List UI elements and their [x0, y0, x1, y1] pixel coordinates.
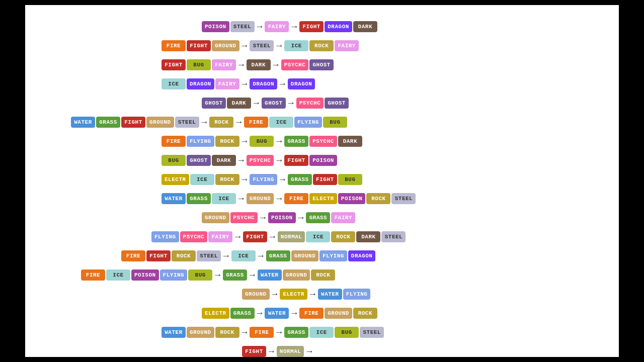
type-badge-psychc: PSYCHC	[281, 59, 309, 70]
type-badge-ghost: GHOST	[309, 59, 334, 70]
type-row: FIGHT→NORMAL→	[242, 346, 314, 357]
type-badge-fight: FIGHT	[242, 346, 266, 357]
type-badge-ground: GROUND	[187, 327, 214, 338]
type-badge-fight: FIGHT	[243, 231, 267, 242]
arrow-icon: →	[236, 117, 242, 127]
type-badge-normal: NORMAL	[278, 231, 305, 242]
type-row: GROUNDPSYCHC→POISON→GRASSFAIRY	[201, 212, 356, 223]
arrow-icon: →	[238, 155, 244, 165]
type-badge-rock: ROCK	[331, 231, 355, 242]
type-row: WATERGRASSICE→GROUND→FIREELECTRPOISONROC…	[161, 193, 416, 204]
type-badge-psychc: PSYCHC	[247, 155, 274, 166]
type-badge-rock: ROCK	[209, 117, 233, 128]
type-badge-fight: FIGHT	[146, 250, 171, 261]
arrow-icon: →	[298, 213, 304, 223]
type-badge-water: WATER	[162, 193, 186, 204]
type-badge-fire: FIRE	[81, 269, 105, 281]
type-badge-fight: FIGHT	[187, 40, 211, 51]
arrow-icon: →	[260, 213, 266, 223]
type-badge-fire: FIRE	[284, 193, 308, 204]
type-badge-dragon: DRAGON	[325, 21, 352, 32]
chart-area: POISONSTEEL→FAIRY→FIGHTDRAGONDARKFIREFIG…	[45, 10, 599, 352]
main-content: POISONSTEEL→FAIRY→FIGHTDRAGONDARKFIREFIG…	[25, 5, 619, 357]
type-badge-fire: FIRE	[299, 308, 324, 319]
type-row: FIREICEPOISONFLYINGBUG→GRASS→WATERGROUND…	[80, 269, 336, 281]
type-badge-bug: BUG	[335, 327, 359, 338]
arrow-icon: →	[238, 194, 244, 204]
type-badge-bug: BUG	[250, 136, 274, 147]
type-badge-fire: FIRE	[250, 327, 274, 338]
arrow-icon: →	[257, 22, 263, 32]
type-badge-dark: DARK	[227, 98, 251, 109]
type-badge-rock: ROCK	[366, 193, 390, 204]
type-badge-grass: GRASS	[230, 308, 255, 319]
type-badge-bug: BUG	[187, 59, 211, 70]
type-badge-rock: ROCK	[172, 250, 196, 261]
arrow-icon: →	[276, 41, 282, 51]
type-badge-electr: ELECTR	[162, 174, 189, 185]
type-badge-grass: GRASS	[266, 250, 290, 261]
type-badge-electr: ELECTR	[309, 193, 337, 204]
type-badge-steel: STEEL	[391, 193, 416, 204]
type-badge-fairy: FAIRY	[331, 212, 355, 223]
type-badge-ground: GROUND	[146, 117, 174, 128]
type-row: ELECTRICEROCK→FLYING→GRASSFIGHTBUG	[161, 174, 363, 185]
arrow-icon: →	[242, 174, 248, 185]
type-badge-flying: FLYING	[187, 136, 214, 147]
type-badge-dark: DARK	[338, 136, 362, 147]
type-badge-ground: GROUND	[202, 212, 229, 223]
type-row: ELECTRGRASS→WATER→FIREGROUNDROCK	[201, 308, 378, 319]
type-badge-grass: GRASS	[288, 174, 312, 185]
type-badge-grass: GRASS	[306, 212, 330, 223]
type-badge-poison: POISON	[202, 21, 229, 32]
type-badge-grass: GRASS	[187, 193, 211, 204]
type-badge-steel: STEEL	[250, 40, 274, 51]
type-badge-fairy: FAIRY	[208, 231, 232, 242]
type-badge-poison: POISON	[338, 193, 366, 204]
type-badge-ground: GROUND	[291, 250, 319, 261]
arrow-icon: →	[280, 79, 285, 89]
type-badge-flying: FLYING	[319, 250, 347, 261]
type-badge-dragon: DRAGON	[250, 78, 277, 89]
type-badge-fairy: FAIRY	[215, 78, 239, 89]
type-badge-ground: GROUND	[283, 269, 310, 281]
type-badge-flying: FLYING	[343, 289, 371, 300]
arrow-icon: →	[242, 41, 248, 51]
type-badge-bug: BUG	[323, 117, 347, 128]
arrow-icon: →	[269, 346, 274, 356]
type-row: GHOSTDARK→GHOST→PSYCHCGHOST	[201, 98, 349, 109]
type-badge-rock: ROCK	[215, 136, 239, 147]
type-badge-fight: FIGHT	[162, 59, 186, 70]
type-badge-ground: GROUND	[325, 308, 352, 319]
type-badge-ice: ICE	[190, 174, 214, 185]
type-badge-ice: ICE	[106, 269, 130, 281]
arrow-icon: →	[291, 308, 297, 318]
arrow-icon: →	[242, 327, 248, 337]
type-badge-grass: GRASS	[223, 269, 247, 281]
type-badge-fire: FIRE	[244, 117, 268, 128]
type-badge-ground: GROUND	[242, 289, 270, 300]
type-badge-grass: GRASS	[96, 117, 120, 128]
arrow-icon: →	[235, 232, 240, 242]
type-row: GROUND→ELECTR→WATERFLYING	[242, 289, 371, 300]
arrow-icon: →	[250, 270, 255, 280]
type-badge-ice: ICE	[162, 78, 186, 89]
type-badge-dragon: DRAGON	[187, 78, 214, 89]
type-badge-psychc: PSYCHC	[309, 136, 337, 147]
type-row: POISONSTEEL→FAIRY→FIGHTDRAGONDARK	[201, 21, 378, 32]
type-badge-fire: FIRE	[162, 40, 186, 51]
type-badge-normal: NORMAL	[277, 346, 304, 357]
arrow-icon: →	[238, 60, 244, 70]
arrow-icon: →	[276, 194, 282, 204]
type-badge-ghost: GHOST	[202, 98, 226, 109]
type-badge-rock: ROCK	[215, 327, 239, 338]
type-badge-grass: GRASS	[284, 136, 308, 147]
type-badge-ice: ICE	[212, 193, 236, 204]
type-badge-fairy: FAIRY	[265, 21, 289, 32]
arrow-icon: →	[288, 98, 294, 108]
arrow-icon: →	[223, 251, 229, 261]
type-badge-grass: GRASS	[284, 327, 308, 338]
type-row: FIREFIGHTGROUND→STEEL→ICEROCKFAIRY	[161, 40, 359, 51]
type-row: FIREFIGHTROCKSTEEL→ICE→GRASSGROUNDFLYING…	[121, 250, 376, 261]
type-badge-flying: FLYING	[151, 231, 179, 242]
